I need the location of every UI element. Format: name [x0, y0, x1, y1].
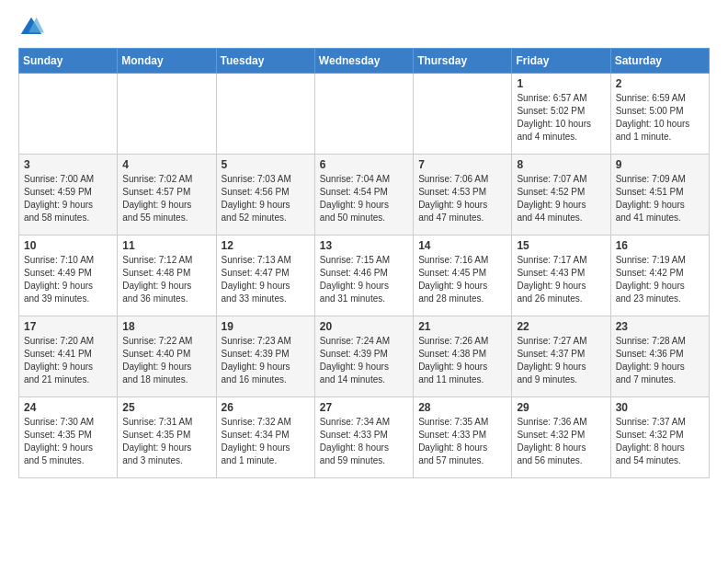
- day-info: Sunrise: 7:26 AM Sunset: 4:38 PM Dayligh…: [418, 335, 506, 386]
- day-info: Sunrise: 7:09 AM Sunset: 4:51 PM Dayligh…: [616, 173, 704, 224]
- day-number: 23: [616, 320, 704, 333]
- header-row: SundayMondayTuesdayWednesdayThursdayFrid…: [19, 49, 710, 74]
- day-number: 9: [616, 158, 704, 171]
- day-info: Sunrise: 7:12 AM Sunset: 4:48 PM Dayligh…: [122, 254, 210, 305]
- day-cell: [19, 74, 118, 155]
- day-info: Sunrise: 7:30 AM Sunset: 4:35 PM Dayligh…: [24, 416, 112, 467]
- day-number: 26: [222, 401, 310, 414]
- day-cell: 1Sunrise: 6:57 AM Sunset: 5:02 PM Daylig…: [512, 74, 610, 155]
- day-info: Sunrise: 7:24 AM Sunset: 4:39 PM Dayligh…: [320, 335, 408, 386]
- day-info: Sunrise: 6:59 AM Sunset: 5:00 PM Dayligh…: [616, 92, 704, 144]
- day-number: 8: [517, 158, 605, 171]
- day-info: Sunrise: 7:15 AM Sunset: 4:46 PM Dayligh…: [320, 254, 408, 305]
- day-cell: 13Sunrise: 7:15 AM Sunset: 4:46 PM Dayli…: [314, 236, 413, 316]
- calendar-body: 1Sunrise: 6:57 AM Sunset: 5:02 PM Daylig…: [19, 74, 710, 478]
- day-number: 6: [320, 158, 408, 171]
- day-cell: 27Sunrise: 7:34 AM Sunset: 4:33 PM Dayli…: [314, 397, 413, 478]
- day-cell: 20Sunrise: 7:24 AM Sunset: 4:39 PM Dayli…: [314, 316, 413, 397]
- day-info: Sunrise: 7:16 AM Sunset: 4:45 PM Dayligh…: [418, 254, 506, 305]
- day-info: Sunrise: 7:23 AM Sunset: 4:39 PM Dayligh…: [222, 335, 310, 386]
- day-cell: [118, 74, 216, 155]
- day-info: Sunrise: 7:19 AM Sunset: 4:42 PM Dayligh…: [616, 254, 704, 305]
- day-cell: 26Sunrise: 7:32 AM Sunset: 4:34 PM Dayli…: [216, 397, 314, 478]
- day-info: Sunrise: 7:17 AM Sunset: 4:43 PM Dayligh…: [517, 254, 605, 305]
- day-cell: 17Sunrise: 7:20 AM Sunset: 4:41 PM Dayli…: [19, 316, 118, 397]
- header-cell-monday: Monday: [118, 49, 216, 74]
- day-cell: 6Sunrise: 7:04 AM Sunset: 4:54 PM Daylig…: [314, 155, 413, 236]
- header-cell-saturday: Saturday: [610, 49, 709, 74]
- day-info: Sunrise: 7:20 AM Sunset: 4:41 PM Dayligh…: [24, 335, 112, 386]
- header-cell-wednesday: Wednesday: [314, 49, 413, 74]
- day-number: 24: [24, 401, 112, 414]
- day-number: 7: [418, 158, 506, 171]
- day-number: 4: [122, 158, 210, 171]
- header-cell-tuesday: Tuesday: [216, 49, 314, 74]
- day-cell: 12Sunrise: 7:13 AM Sunset: 4:47 PM Dayli…: [216, 236, 314, 316]
- day-info: Sunrise: 7:31 AM Sunset: 4:35 PM Dayligh…: [122, 416, 210, 467]
- day-info: Sunrise: 7:13 AM Sunset: 4:47 PM Dayligh…: [222, 254, 310, 305]
- header-cell-thursday: Thursday: [414, 49, 512, 74]
- week-row-4: 17Sunrise: 7:20 AM Sunset: 4:41 PM Dayli…: [19, 316, 710, 397]
- page: SundayMondayTuesdayWednesdayThursdayFrid…: [0, 0, 728, 493]
- day-number: 30: [616, 401, 704, 414]
- day-cell: 14Sunrise: 7:16 AM Sunset: 4:45 PM Dayli…: [414, 236, 512, 316]
- week-row-2: 3Sunrise: 7:00 AM Sunset: 4:59 PM Daylig…: [19, 155, 710, 236]
- calendar-table: SundayMondayTuesdayWednesdayThursdayFrid…: [18, 48, 710, 478]
- day-number: 28: [418, 401, 506, 414]
- week-row-1: 1Sunrise: 6:57 AM Sunset: 5:02 PM Daylig…: [19, 74, 710, 155]
- header-cell-friday: Friday: [512, 49, 610, 74]
- day-info: Sunrise: 7:37 AM Sunset: 4:32 PM Dayligh…: [616, 416, 704, 467]
- day-cell: 3Sunrise: 7:00 AM Sunset: 4:59 PM Daylig…: [19, 155, 118, 236]
- day-cell: 23Sunrise: 7:28 AM Sunset: 4:36 PM Dayli…: [610, 316, 709, 397]
- day-number: 25: [122, 401, 210, 414]
- day-cell: [414, 74, 512, 155]
- day-cell: 2Sunrise: 6:59 AM Sunset: 5:00 PM Daylig…: [610, 74, 709, 155]
- day-number: 2: [616, 77, 704, 90]
- day-info: Sunrise: 7:07 AM Sunset: 4:52 PM Dayligh…: [517, 173, 605, 224]
- day-number: 10: [24, 239, 112, 252]
- week-row-5: 24Sunrise: 7:30 AM Sunset: 4:35 PM Dayli…: [19, 397, 710, 478]
- day-info: Sunrise: 7:34 AM Sunset: 4:33 PM Dayligh…: [320, 416, 408, 467]
- day-number: 19: [222, 320, 310, 333]
- week-row-3: 10Sunrise: 7:10 AM Sunset: 4:49 PM Dayli…: [19, 236, 710, 316]
- day-cell: 15Sunrise: 7:17 AM Sunset: 4:43 PM Dayli…: [512, 236, 610, 316]
- day-number: 3: [24, 158, 112, 171]
- day-cell: 29Sunrise: 7:36 AM Sunset: 4:32 PM Dayli…: [512, 397, 610, 478]
- day-number: 17: [24, 320, 112, 333]
- day-cell: 19Sunrise: 7:23 AM Sunset: 4:39 PM Dayli…: [216, 316, 314, 397]
- day-cell: [216, 74, 314, 155]
- day-cell: 18Sunrise: 7:22 AM Sunset: 4:40 PM Dayli…: [118, 316, 216, 397]
- day-number: 29: [517, 401, 605, 414]
- day-number: 27: [320, 401, 408, 414]
- day-info: Sunrise: 7:03 AM Sunset: 4:56 PM Dayligh…: [222, 173, 310, 224]
- day-info: Sunrise: 7:02 AM Sunset: 4:57 PM Dayligh…: [122, 173, 210, 224]
- day-number: 11: [122, 239, 210, 252]
- day-info: Sunrise: 7:10 AM Sunset: 4:49 PM Dayligh…: [24, 254, 112, 305]
- header-cell-sunday: Sunday: [19, 49, 118, 74]
- logo: [18, 15, 48, 40]
- day-cell: 5Sunrise: 7:03 AM Sunset: 4:56 PM Daylig…: [216, 155, 314, 236]
- day-cell: 25Sunrise: 7:31 AM Sunset: 4:35 PM Dayli…: [118, 397, 216, 478]
- day-number: 1: [517, 77, 605, 90]
- day-cell: 11Sunrise: 7:12 AM Sunset: 4:48 PM Dayli…: [118, 236, 216, 316]
- day-info: Sunrise: 7:04 AM Sunset: 4:54 PM Dayligh…: [320, 173, 408, 224]
- day-cell: [314, 74, 413, 155]
- day-number: 13: [320, 239, 408, 252]
- day-cell: 8Sunrise: 7:07 AM Sunset: 4:52 PM Daylig…: [512, 155, 610, 236]
- logo-icon: [18, 15, 44, 40]
- day-number: 22: [517, 320, 605, 333]
- day-info: Sunrise: 7:00 AM Sunset: 4:59 PM Dayligh…: [24, 173, 112, 224]
- day-number: 5: [222, 158, 310, 171]
- day-info: Sunrise: 7:36 AM Sunset: 4:32 PM Dayligh…: [517, 416, 605, 467]
- day-number: 21: [418, 320, 506, 333]
- day-cell: 24Sunrise: 7:30 AM Sunset: 4:35 PM Dayli…: [19, 397, 118, 478]
- day-cell: 4Sunrise: 7:02 AM Sunset: 4:57 PM Daylig…: [118, 155, 216, 236]
- day-number: 20: [320, 320, 408, 333]
- day-cell: 9Sunrise: 7:09 AM Sunset: 4:51 PM Daylig…: [610, 155, 709, 236]
- day-info: Sunrise: 7:22 AM Sunset: 4:40 PM Dayligh…: [122, 335, 210, 386]
- day-info: Sunrise: 7:28 AM Sunset: 4:36 PM Dayligh…: [616, 335, 704, 386]
- header: [18, 15, 710, 40]
- day-info: Sunrise: 6:57 AM Sunset: 5:02 PM Dayligh…: [517, 92, 605, 144]
- day-info: Sunrise: 7:32 AM Sunset: 4:34 PM Dayligh…: [222, 416, 310, 467]
- day-number: 14: [418, 239, 506, 252]
